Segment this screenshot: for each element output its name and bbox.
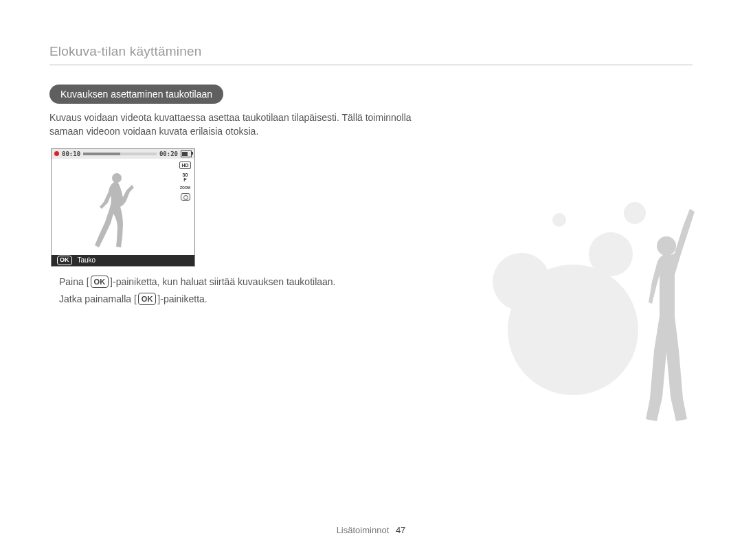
instruction-text-part: ]-painiketta, kun haluat siirtää kuvauks…: [110, 275, 335, 289]
zoom-icon: ZOOM: [179, 186, 192, 190]
instruction-text-part: Paina [: [59, 275, 89, 289]
progress-fill: [83, 153, 120, 155]
screen-body: HD 30 F ZOOM: [52, 159, 194, 255]
svg-point-3: [589, 232, 633, 276]
progress-bar: [83, 153, 157, 155]
bullet-icon: [49, 280, 54, 284]
battery-icon: [181, 150, 192, 157]
record-dot-icon: [54, 151, 59, 156]
footer-section-label: Lisätoiminnot: [337, 525, 390, 535]
instruction-text-part: Jatka painamalla [: [59, 292, 137, 306]
svg-point-1: [508, 265, 638, 395]
decorative-artwork: [456, 172, 717, 447]
ok-icon: OK: [57, 256, 72, 265]
pause-label: Tauko: [78, 256, 96, 264]
page-title: Elokuva-tilan käyttäminen: [49, 44, 693, 59]
svg-point-0: [112, 173, 122, 183]
battery-fill: [182, 152, 188, 156]
svg-point-4: [624, 202, 646, 224]
screen-bottombar: OK Tauko: [52, 255, 194, 266]
left-column: Kuvauksen asettaminen taukotilaan Kuvaus…: [49, 85, 441, 306]
page: Elokuva-tilan käyttäminen Kuvauksen aset…: [0, 0, 742, 560]
page-number: 47: [396, 525, 405, 535]
screen-topbar: 00:10 00:20: [52, 149, 194, 159]
camera-icon: [181, 193, 190, 201]
camera-screen-illustration: 00:10 00:20 HD 30 F ZOOM: [51, 148, 195, 267]
instruction-text-part: ]-painiketta.: [157, 292, 207, 306]
fps-icon: 30 F: [181, 172, 190, 183]
ok-icon: OK: [91, 276, 109, 288]
screen-side-icons: HD 30 F ZOOM: [179, 161, 192, 201]
bullet-icon: [49, 297, 54, 301]
page-footer: Lisätoiminnot 47: [0, 525, 742, 535]
elapsed-time: 00:10: [62, 150, 80, 157]
instruction-item: Jatka painamalla [ OK ]-painiketta.: [49, 292, 441, 306]
ok-icon: OK: [138, 293, 157, 305]
svg-point-2: [493, 253, 550, 311]
svg-point-5: [552, 213, 566, 227]
section-heading-pill: Kuvauksen asettaminen taukotilaan: [49, 85, 223, 104]
hd-icon: HD: [179, 161, 190, 169]
instruction-item: Paina [ OK ]-painiketta, kun haluat siir…: [49, 275, 441, 289]
total-time: 00:20: [159, 150, 178, 157]
dancer-silhouette-icon: [90, 171, 138, 250]
svg-point-6: [657, 236, 676, 256]
title-rule: [49, 65, 693, 65]
instruction-list: Paina [ OK ]-painiketta, kun haluat siir…: [49, 275, 441, 306]
section-paragraph: Kuvaus voidaan videota kuvattaessa asett…: [49, 111, 441, 139]
